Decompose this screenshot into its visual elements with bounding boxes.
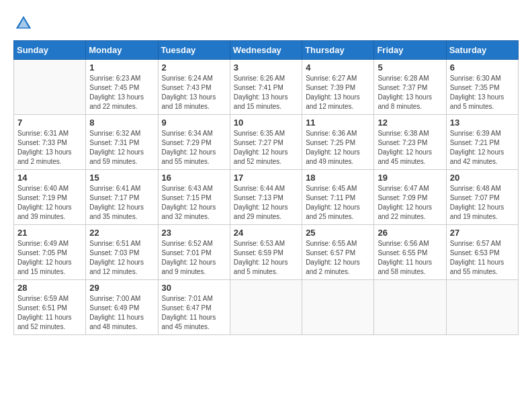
day-of-week-header: Friday — [374, 41, 446, 60]
calendar-week-row: 28Sunrise: 6:59 AM Sunset: 6:51 PM Dayli… — [14, 280, 519, 335]
calendar-body: 1Sunrise: 6:23 AM Sunset: 7:45 PM Daylig… — [14, 60, 519, 335]
calendar-cell: 6Sunrise: 6:30 AM Sunset: 7:35 PM Daylig… — [446, 60, 518, 115]
calendar-cell: 20Sunrise: 6:48 AM Sunset: 7:07 PM Dayli… — [446, 170, 518, 225]
calendar-cell: 22Sunrise: 6:51 AM Sunset: 7:03 PM Dayli… — [86, 225, 158, 280]
day-number: 5 — [378, 62, 442, 73]
day-info: Sunrise: 6:38 AM Sunset: 7:23 PM Dayligh… — [378, 129, 442, 167]
calendar-cell — [230, 280, 302, 335]
calendar-cell — [374, 280, 446, 335]
day-number: 18 — [306, 173, 370, 183]
calendar-header: SundayMondayTuesdayWednesdayThursdayFrid… — [14, 41, 519, 60]
day-info: Sunrise: 6:32 AM Sunset: 7:31 PM Dayligh… — [89, 129, 154, 167]
day-of-week-header: Thursday — [302, 41, 374, 60]
calendar-cell: 9Sunrise: 6:34 AM Sunset: 7:29 PM Daylig… — [158, 115, 230, 170]
calendar-cell: 24Sunrise: 6:53 AM Sunset: 6:59 PM Dayli… — [230, 225, 302, 280]
calendar-cell: 5Sunrise: 6:28 AM Sunset: 7:37 PM Daylig… — [374, 60, 446, 115]
day-number: 25 — [306, 228, 370, 238]
calendar-cell: 11Sunrise: 6:36 AM Sunset: 7:25 PM Dayli… — [302, 115, 374, 170]
day-info: Sunrise: 6:55 AM Sunset: 6:57 PM Dayligh… — [306, 239, 370, 277]
day-info: Sunrise: 6:44 AM Sunset: 7:13 PM Dayligh… — [234, 184, 298, 222]
calendar-cell: 13Sunrise: 6:39 AM Sunset: 7:21 PM Dayli… — [446, 115, 518, 170]
day-of-week-header: Tuesday — [158, 41, 230, 60]
calendar-cell: 18Sunrise: 6:45 AM Sunset: 7:11 PM Dayli… — [302, 170, 374, 225]
day-info: Sunrise: 6:47 AM Sunset: 7:09 PM Dayligh… — [378, 184, 442, 222]
day-number: 27 — [450, 228, 515, 238]
calendar-week-row: 21Sunrise: 6:49 AM Sunset: 7:05 PM Dayli… — [14, 225, 519, 280]
day-number: 12 — [378, 118, 442, 128]
day-number: 17 — [234, 173, 298, 183]
day-info: Sunrise: 6:52 AM Sunset: 7:01 PM Dayligh… — [162, 239, 226, 277]
day-info: Sunrise: 6:39 AM Sunset: 7:21 PM Dayligh… — [450, 129, 515, 167]
calendar-cell: 4Sunrise: 6:27 AM Sunset: 7:39 PM Daylig… — [302, 60, 374, 115]
day-number: 29 — [89, 283, 154, 293]
calendar-week-row: 14Sunrise: 6:40 AM Sunset: 7:19 PM Dayli… — [14, 170, 519, 225]
day-number: 6 — [450, 62, 515, 73]
day-header-row: SundayMondayTuesdayWednesdayThursdayFrid… — [14, 41, 519, 60]
day-info: Sunrise: 6:51 AM Sunset: 7:03 PM Dayligh… — [89, 239, 154, 277]
calendar-cell: 17Sunrise: 6:44 AM Sunset: 7:13 PM Dayli… — [230, 170, 302, 225]
calendar-week-row: 1Sunrise: 6:23 AM Sunset: 7:45 PM Daylig… — [14, 60, 519, 115]
day-number: 19 — [378, 173, 442, 183]
calendar-cell: 10Sunrise: 6:35 AM Sunset: 7:27 PM Dayli… — [230, 115, 302, 170]
calendar-cell — [14, 60, 86, 115]
calendar-cell: 26Sunrise: 6:56 AM Sunset: 6:55 PM Dayli… — [374, 225, 446, 280]
day-number: 21 — [17, 228, 82, 238]
day-info: Sunrise: 6:57 AM Sunset: 6:53 PM Dayligh… — [450, 239, 515, 277]
logo-icon — [13, 13, 34, 34]
day-info: Sunrise: 6:56 AM Sunset: 6:55 PM Dayligh… — [378, 239, 442, 277]
calendar-cell: 8Sunrise: 6:32 AM Sunset: 7:31 PM Daylig… — [86, 115, 158, 170]
day-number: 14 — [17, 173, 82, 183]
day-number: 4 — [306, 62, 370, 73]
day-info: Sunrise: 6:36 AM Sunset: 7:25 PM Dayligh… — [306, 129, 370, 167]
page-header — [13, 13, 519, 34]
day-info: Sunrise: 6:53 AM Sunset: 6:59 PM Dayligh… — [234, 239, 298, 277]
calendar-cell: 28Sunrise: 6:59 AM Sunset: 6:51 PM Dayli… — [14, 280, 86, 335]
calendar-cell: 7Sunrise: 6:31 AM Sunset: 7:33 PM Daylig… — [14, 115, 86, 170]
calendar-cell: 19Sunrise: 6:47 AM Sunset: 7:09 PM Dayli… — [374, 170, 446, 225]
day-info: Sunrise: 6:31 AM Sunset: 7:33 PM Dayligh… — [17, 129, 82, 167]
day-info: Sunrise: 6:26 AM Sunset: 7:41 PM Dayligh… — [234, 74, 298, 111]
calendar-cell — [446, 280, 518, 335]
day-number: 20 — [450, 173, 515, 183]
calendar-cell: 14Sunrise: 6:40 AM Sunset: 7:19 PM Dayli… — [14, 170, 86, 225]
day-number: 3 — [234, 62, 298, 73]
day-number: 8 — [89, 118, 154, 128]
day-number: 15 — [89, 173, 154, 183]
day-number: 9 — [162, 118, 226, 128]
day-info: Sunrise: 6:34 AM Sunset: 7:29 PM Dayligh… — [162, 129, 226, 167]
day-number: 23 — [162, 228, 226, 238]
day-of-week-header: Sunday — [14, 41, 86, 60]
calendar-cell: 3Sunrise: 6:26 AM Sunset: 7:41 PM Daylig… — [230, 60, 302, 115]
logo — [13, 13, 36, 34]
day-number: 11 — [306, 118, 370, 128]
day-number: 2 — [162, 62, 226, 73]
calendar-cell: 12Sunrise: 6:38 AM Sunset: 7:23 PM Dayli… — [374, 115, 446, 170]
day-info: Sunrise: 7:00 AM Sunset: 6:49 PM Dayligh… — [89, 294, 154, 332]
calendar-cell: 29Sunrise: 7:00 AM Sunset: 6:49 PM Dayli… — [86, 280, 158, 335]
day-number: 1 — [89, 62, 154, 73]
calendar-cell: 21Sunrise: 6:49 AM Sunset: 7:05 PM Dayli… — [14, 225, 86, 280]
calendar-table: SundayMondayTuesdayWednesdayThursdayFrid… — [13, 40, 519, 335]
day-info: Sunrise: 6:27 AM Sunset: 7:39 PM Dayligh… — [306, 74, 370, 111]
day-info: Sunrise: 7:01 AM Sunset: 6:47 PM Dayligh… — [162, 294, 226, 332]
day-info: Sunrise: 6:40 AM Sunset: 7:19 PM Dayligh… — [17, 184, 82, 222]
calendar-cell: 25Sunrise: 6:55 AM Sunset: 6:57 PM Dayli… — [302, 225, 374, 280]
calendar-cell: 30Sunrise: 7:01 AM Sunset: 6:47 PM Dayli… — [158, 280, 230, 335]
calendar-week-row: 7Sunrise: 6:31 AM Sunset: 7:33 PM Daylig… — [14, 115, 519, 170]
day-info: Sunrise: 6:30 AM Sunset: 7:35 PM Dayligh… — [450, 74, 515, 111]
day-number: 16 — [162, 173, 226, 183]
day-info: Sunrise: 6:43 AM Sunset: 7:15 PM Dayligh… — [162, 184, 226, 222]
day-number: 7 — [17, 118, 82, 128]
calendar-cell: 2Sunrise: 6:24 AM Sunset: 7:43 PM Daylig… — [158, 60, 230, 115]
day-info: Sunrise: 6:45 AM Sunset: 7:11 PM Dayligh… — [306, 184, 370, 222]
day-number: 13 — [450, 118, 515, 128]
day-info: Sunrise: 6:59 AM Sunset: 6:51 PM Dayligh… — [17, 294, 82, 332]
day-of-week-header: Wednesday — [230, 41, 302, 60]
day-number: 28 — [17, 283, 82, 293]
calendar-cell: 23Sunrise: 6:52 AM Sunset: 7:01 PM Dayli… — [158, 225, 230, 280]
day-info: Sunrise: 6:28 AM Sunset: 7:37 PM Dayligh… — [378, 74, 442, 111]
day-info: Sunrise: 6:23 AM Sunset: 7:45 PM Dayligh… — [89, 74, 154, 111]
day-number: 26 — [378, 228, 442, 238]
calendar-cell — [302, 280, 374, 335]
day-number: 30 — [162, 283, 226, 293]
